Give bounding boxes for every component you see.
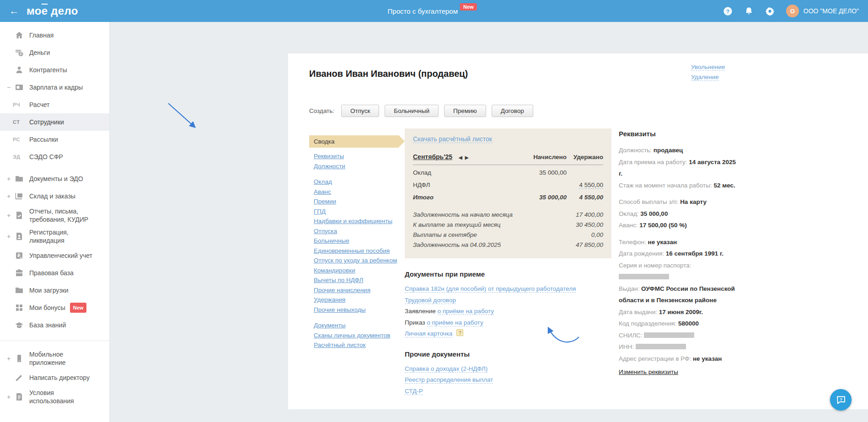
tab-link[interactable]: Командировки [309,266,407,276]
payslip-header: Сентябрь'25 ◀▶ Начислено Удержано [413,153,603,165]
create-отпуск-button[interactable]: Отпуск [341,105,379,117]
sidebar-item-code: СТ [13,118,20,126]
document-link[interactable]: Трудовой договор [405,297,456,304]
document-link[interactable]: о приёме на работу [427,319,483,326]
tab-link[interactable]: ГПД [309,207,407,217]
sidebar-item-knowledge[interactable]: База знаний [0,316,109,334]
document-link[interactable]: о приёме на работу [437,308,493,315]
summary-row-label: Задолженность на 04.09.2025 [413,240,576,250]
tab-link[interactable]: Прочие невыходы [309,305,407,315]
document-link[interactable]: Справка о доходах (2-НДФЛ) [405,365,488,373]
employee-action-link[interactable]: Увольнение [691,64,725,71]
tab-link[interactable]: Отпуск по уходу за ребенком [309,256,407,266]
ndfl-value-link[interactable]: 4 550,00 [579,182,603,189]
tab-link[interactable]: Больничные [309,236,407,246]
detail-value: продавец [654,147,683,154]
expand-plus-icon[interactable]: + [6,354,11,363]
payslip-withheld-value: 4 550,00 [567,193,603,202]
tab-link[interactable]: Документы [309,321,407,331]
expand-plus-icon[interactable]: + [6,211,11,219]
edit-details-link[interactable]: Изменить реквизиты [619,369,678,375]
other-doc-list: Справка о доходах (2-НДФЛ)Реестр распред… [405,363,620,397]
sidebar-item-terms[interactable]: +Условияиспользования [0,386,109,407]
detail-field: Оклад: 35 000,00 [619,208,739,220]
sidebar-item-contractors[interactable]: Контрагенты [0,61,109,79]
sidebar-item-money[interactable]: ₽Деньги [0,44,109,61]
document-link[interactable]: Реестр распределения выплат [405,376,493,384]
account-menu[interactable]: О ООО "МОЕ ДЕЛО" [786,5,859,17]
sidebar-item-home[interactable]: Главная [0,27,109,44]
sidebar-item-mobile-app[interactable]: +Мобильноеприложение [0,348,109,369]
employee-action-link[interactable]: Удаление [691,74,719,81]
sidebar-item-downloads[interactable]: Мои загрузки [0,282,109,299]
expand-plus-icon[interactable]: + [6,175,11,183]
sidebar: Главная₽ДеньгиКонтрагенты−Зарплата и кад… [0,22,110,422]
avatar: О [786,5,799,17]
help-icon[interactable]: ? [723,6,733,16]
sidebar-item-label: Зарплата и кадры [29,83,83,91]
tab-link[interactable]: Расчётный листок [309,340,407,350]
document-link[interactable]: Личная карточка [405,330,452,337]
app-logo[interactable]: мое дело [27,5,78,17]
tab-link[interactable]: Надбавки и коэффициенты [309,216,407,226]
settings-gear-icon[interactable] [765,6,775,16]
back-arrow-icon[interactable]: ← [9,6,19,16]
sidebar-item-docs-edo[interactable]: +Документы и ЭДО [0,170,109,187]
document-link[interactable]: Справка 182н (для пособий) от предыдущег… [405,285,576,293]
month-selector-link[interactable]: Сентябрь'25 [413,153,452,160]
registration-icon [15,232,24,241]
tab-link[interactable]: Сканы личных документов [309,331,407,341]
download-payslip-link[interactable]: Скачать расчётный листок [413,135,492,143]
tab-link[interactable]: Реквизиты [309,151,407,161]
help-tooltip-icon[interactable]: ? [456,329,463,336]
sidebar-item-bonuses[interactable]: Мои бонусыNew [0,299,109,316]
sidebar-item-sedo-sfr[interactable]: ЭДСЭДО СФР [0,148,109,166]
tab-link[interactable]: Прочие начисления [309,285,407,295]
tab-link[interactable]: Премии [309,197,407,207]
notifications-bell-icon[interactable] [744,6,754,16]
next-month-icon[interactable]: ▶ [465,155,469,160]
create-договор-button[interactable]: Договор [492,105,533,117]
tab-link[interactable]: Оклад [309,177,407,187]
sidebar-item-registration[interactable]: +Регистрация,ликвидация [0,226,109,247]
create-премию-button[interactable]: Премию [444,105,486,117]
sidebar-item-salary[interactable]: −Зарплата и кадры [0,79,109,96]
document-link[interactable]: СТД-Р [405,388,423,395]
tab-link[interactable]: Аванс [309,187,407,197]
create-больничный-button[interactable]: Больничный [385,105,439,117]
detail-field: Телефон: не указан [619,236,739,248]
sidebar-item-label: Написать директору [29,374,90,382]
expand-plus-icon[interactable]: + [6,192,11,200]
document-row: Приказ о приёме на работу [405,317,620,329]
document-prefix: Приказ [405,319,427,326]
sidebar-item-legal[interactable]: Правовая база [0,264,109,282]
create-label: Создать: [309,107,334,114]
sidebar-item-label: Документы и ЭДО [29,175,83,183]
collapse-minus-icon[interactable]: − [6,83,11,91]
payslip-summary: Задолженность на начало месяца17 400,00К… [413,210,603,250]
tab-link[interactable]: Единовременные пособия [309,246,407,256]
tab-link[interactable]: Отпуска [309,226,407,236]
expand-plus-icon[interactable]: + [6,393,11,401]
sidebar-item-employees[interactable]: СТСотрудники [0,113,109,131]
expand-plus-icon[interactable]: + [6,232,11,240]
tab-active[interactable]: Сводка [309,135,399,148]
tagline-text: Просто с бухгалтером [388,7,458,15]
prev-month-icon[interactable]: ◀ [459,155,462,160]
sidebar-item-write-director[interactable]: Написать директору [0,369,109,386]
sidebar-item-label: Регистрация,ликвидация [29,228,69,245]
sidebar-item-code: РС [13,135,20,144]
sidebar-item-warehouse[interactable]: +Склад и заказы [0,187,109,205]
sidebar-item-mailings[interactable]: РСРассылки [0,131,109,148]
sidebar-item-management[interactable]: ₽Управленческий учет [0,247,109,264]
sidebar-item-label: Правовая база [29,269,74,277]
tab-link[interactable]: Удержания [309,295,407,305]
sidebar-item-reports[interactable]: +Отчеты, письма,требования, КУДИР [0,205,109,226]
support-chat-button[interactable]: ? [830,389,852,411]
detail-label: Телефон: [619,239,648,246]
tab-link[interactable]: Вычеты по НДФЛ [309,275,407,285]
tab-link[interactable]: Должности [309,161,407,171]
col-header-accrued: Начислено [498,154,567,160]
management-icon: ₽ [15,251,24,260]
sidebar-item-calc[interactable]: РЧРасчет [0,96,109,113]
